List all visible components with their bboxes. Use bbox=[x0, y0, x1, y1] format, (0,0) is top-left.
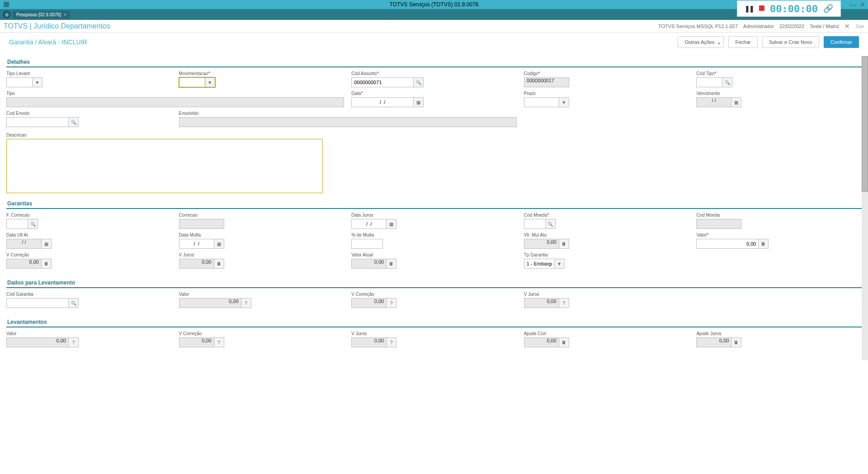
calculator-icon[interactable]: 🖩 bbox=[387, 259, 396, 269]
tab-pesquisas[interactable]: Pesquisas [02.9.0076] × bbox=[13, 11, 70, 19]
dl-v-correcao-label: V Correção bbox=[351, 292, 517, 297]
cod-moeda-label: Cod Moeda bbox=[696, 213, 862, 218]
pct-multa-label: % de Multa bbox=[351, 232, 383, 237]
data-input[interactable]: ▦ bbox=[351, 97, 424, 107]
confirm-button[interactable]: Confirmar bbox=[824, 36, 859, 48]
calendar-icon[interactable]: ▦ bbox=[214, 239, 224, 249]
scrollbar[interactable] bbox=[862, 56, 868, 360]
cod-garantia-label: Cód Garantia bbox=[6, 292, 172, 297]
tipo-levant-label: Tipo Levant bbox=[6, 71, 172, 76]
calculator-icon[interactable]: 🖩 bbox=[559, 337, 569, 347]
search-icon[interactable]: 🔍 bbox=[28, 219, 38, 229]
exit-link[interactable]: Sair bbox=[855, 24, 864, 29]
close-icon[interactable]: ✕ bbox=[860, 1, 865, 8]
close-button[interactable]: Fechar bbox=[728, 36, 757, 48]
tab-label: Pesquisas [02.9.0076] bbox=[16, 12, 61, 17]
cod-assunto-label: Cód Assunto bbox=[351, 71, 517, 76]
correcao-label: Correcao bbox=[179, 213, 344, 218]
chevron-down-icon[interactable]: ▼ bbox=[33, 77, 42, 87]
codigo-input[interactable]: 0000000017 bbox=[524, 77, 569, 87]
valor-label: Valor bbox=[696, 232, 862, 237]
data-juros-input[interactable]: ▦ bbox=[351, 219, 396, 229]
ajuste-juros-label: Ajuste Juros bbox=[696, 331, 862, 336]
app-icon bbox=[4, 2, 9, 7]
home-button[interactable]: ⊘ bbox=[3, 10, 11, 19]
help-icon[interactable]: ? bbox=[241, 298, 251, 308]
calculator-icon[interactable]: 🖩 bbox=[759, 239, 769, 249]
calendar-icon[interactable]: ▦ bbox=[731, 97, 741, 107]
vlr-mul-atu-input[interactable]: 0,00🖩 bbox=[524, 239, 569, 249]
data-juros-label: Data Juros bbox=[351, 213, 517, 218]
calculator-icon[interactable]: 🖩 bbox=[731, 337, 741, 347]
cod-garantia-input[interactable]: 🔍 bbox=[6, 298, 79, 308]
tipo-input bbox=[6, 97, 344, 107]
chevron-down-icon[interactable]: ▼ bbox=[205, 77, 215, 87]
prazo-label: Prazo bbox=[524, 91, 689, 96]
tipo-levant-select[interactable]: ▼ bbox=[6, 77, 42, 87]
data-ult-at-label: Data Ult At bbox=[6, 232, 172, 237]
vlr-mul-atu-label: Vlr. Mul Atu bbox=[524, 232, 689, 237]
v-correcao-input[interactable]: 0,00🖩 bbox=[6, 259, 52, 269]
pct-multa-input[interactable] bbox=[351, 239, 383, 249]
calendar-icon[interactable]: ▦ bbox=[387, 219, 396, 229]
calculator-icon[interactable]: 🖩 bbox=[214, 259, 224, 269]
section-garantias: Garantias bbox=[6, 198, 862, 209]
section-detalhes: Detalhes bbox=[6, 56, 862, 67]
scrollbar-thumb[interactable] bbox=[862, 56, 868, 192]
calendar-icon[interactable]: ▦ bbox=[42, 239, 52, 249]
help-icon[interactable]: ? bbox=[559, 298, 569, 308]
tab-close-icon[interactable]: × bbox=[64, 12, 66, 17]
save-new-button[interactable]: Salvar e Criar Novo bbox=[762, 36, 819, 48]
link-icon[interactable]: 🔗 bbox=[823, 4, 833, 14]
prazo-select[interactable]: ▼ bbox=[524, 97, 569, 107]
search-icon[interactable]: 🔍 bbox=[722, 77, 732, 87]
chevron-down-icon[interactable]: ▼ bbox=[555, 259, 565, 269]
other-actions-button[interactable]: Outras Ações bbox=[678, 36, 724, 48]
vencimento-input[interactable]: / /▦ bbox=[696, 97, 741, 107]
dl-v-juros-input[interactable]: 0,00? bbox=[524, 298, 569, 308]
envolvido-label: Envolvido bbox=[179, 111, 517, 116]
v-juros-input[interactable]: 0,00🖩 bbox=[179, 259, 224, 269]
help-icon[interactable]: ? bbox=[387, 298, 396, 308]
calendar-icon[interactable]: ▦ bbox=[414, 97, 424, 107]
data-ult-at-input[interactable]: / /▦ bbox=[6, 239, 52, 249]
lev-v-juros-label: V Juros bbox=[351, 331, 517, 336]
lev-v-correcao-input[interactable]: 0,00? bbox=[179, 337, 224, 347]
valor-atual-input[interactable]: 0,00🖩 bbox=[351, 259, 396, 269]
calculator-icon[interactable]: 🖩 bbox=[559, 239, 569, 249]
data-multa-input[interactable]: ▦ bbox=[179, 239, 224, 249]
lev-v-correcao-label: V Correção bbox=[179, 331, 344, 336]
search-icon[interactable]: 🔍 bbox=[414, 77, 424, 87]
f-correcao-input[interactable]: 🔍 bbox=[6, 219, 38, 229]
cod-envolv-input[interactable]: 🔍 bbox=[6, 117, 79, 127]
breadcrumb-close-icon[interactable]: ✕ bbox=[844, 23, 850, 30]
envolvido-input bbox=[179, 117, 517, 127]
help-icon[interactable]: ? bbox=[387, 337, 396, 347]
ajuste-juros-input[interactable]: 0,00🖩 bbox=[696, 337, 741, 347]
ajuste-corr-input[interactable]: 0,00🖩 bbox=[524, 337, 569, 347]
descricao-textarea[interactable] bbox=[6, 139, 323, 193]
search-icon[interactable]: 🔍 bbox=[69, 117, 79, 127]
lev-v-juros-input[interactable]: 0,00? bbox=[351, 337, 396, 347]
help-icon[interactable]: ? bbox=[214, 337, 224, 347]
help-icon[interactable]: ? bbox=[69, 337, 79, 347]
stop-button[interactable] bbox=[759, 5, 764, 12]
cod-tipo-label: Cód Tipo bbox=[696, 71, 732, 76]
tp-garantia-select[interactable]: ▼ bbox=[524, 259, 565, 269]
search-icon[interactable]: 🔍 bbox=[69, 298, 79, 308]
pause-button[interactable]: ❚❚ bbox=[745, 5, 754, 12]
lev-valor-input[interactable]: 0,00? bbox=[6, 337, 79, 347]
v-correcao-label: V Correção bbox=[6, 252, 172, 257]
dl-v-correcao-input[interactable]: 0,00? bbox=[351, 298, 396, 308]
cod-assunto-input[interactable]: 🔍 bbox=[351, 77, 424, 87]
search-icon[interactable]: 🔍 bbox=[546, 219, 556, 229]
ajuste-corr-label: Ajuste Corr bbox=[524, 331, 689, 336]
chevron-down-icon[interactable]: ▼ bbox=[559, 97, 569, 107]
valor-input[interactable]: 🖩 bbox=[696, 239, 769, 249]
minimize-icon[interactable]: — bbox=[850, 1, 856, 8]
calculator-icon[interactable]: 🖩 bbox=[42, 259, 52, 269]
cod-tipo-input[interactable]: 🔍 bbox=[696, 77, 732, 87]
cod-moeda-req-input[interactable]: 🔍 bbox=[524, 219, 556, 229]
dl-valor-input[interactable]: 0,00? bbox=[179, 298, 251, 308]
movimentacao-select[interactable]: ▼ bbox=[179, 77, 215, 87]
